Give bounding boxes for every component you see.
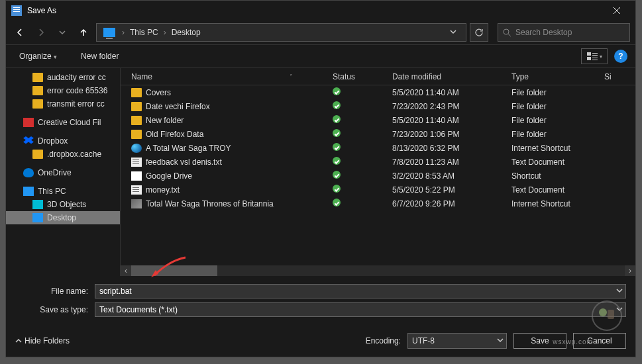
col-status[interactable]: Status	[333, 72, 392, 81]
encoding-select[interactable]: UTF-8	[407, 333, 507, 349]
nav-row: › This PC › Desktop Search Desktop	[6, 21, 635, 44]
tree-folder[interactable]: error code 65536	[6, 84, 120, 97]
search-icon	[502, 28, 511, 37]
breadcrumb-leaf[interactable]: Desktop	[172, 28, 201, 37]
tree-desktop[interactable]: Desktop	[6, 211, 120, 224]
file-name: feedback vsl denis.txt	[146, 158, 222, 167]
filename-field[interactable]	[95, 284, 626, 298]
file-name: New folder	[146, 116, 184, 125]
saveastype-field[interactable]: Text Documents (*.txt)	[95, 302, 626, 317]
save-button[interactable]: Save	[513, 333, 566, 349]
organize-button[interactable]: Organize ▾	[14, 49, 62, 64]
new-folder-button[interactable]: New folder	[76, 49, 124, 64]
folder-icon	[131, 116, 142, 125]
column-headers[interactable]: Name˄ Status Date modified Type Si	[121, 68, 635, 85]
svg-rect-1	[587, 52, 591, 56]
file-type: Shortcut	[511, 171, 604, 181]
file-row[interactable]: New folder5/5/2020 11:40 AMFile folder	[121, 113, 635, 127]
file-row[interactable]: money.txt5/5/2020 5:22 PMText Document	[121, 183, 635, 197]
up-button[interactable]	[75, 24, 92, 41]
filename-label: File name:	[15, 287, 95, 296]
file-date: 3/2/2020 8:53 AM	[392, 171, 511, 181]
svg-point-0	[504, 29, 509, 34]
scroll-left[interactable]: ‹	[121, 265, 131, 276]
tree-onedrive[interactable]: OneDrive	[6, 166, 120, 179]
objects-3d-icon	[32, 200, 43, 209]
file-row[interactable]: Covers5/5/2020 11:40 AMFile folder	[121, 85, 635, 99]
tree-creative-cloud[interactable]: Creative Cloud Fil	[6, 116, 120, 129]
col-type[interactable]: Type	[511, 72, 604, 81]
nav-tree[interactable]: audacity error cc error code 65536 trans…	[6, 68, 120, 276]
folder-icon	[131, 102, 142, 111]
sync-ok-icon	[333, 129, 341, 137]
encoding-dropdown[interactable]	[497, 336, 504, 345]
desktop-icon	[32, 213, 43, 222]
folder-icon	[32, 73, 43, 82]
file-date: 5/5/2020 11:40 AM	[392, 88, 511, 97]
file-type: Internet Shortcut	[511, 199, 604, 208]
dialog-body: audacity error cc error code 65536 trans…	[6, 68, 635, 276]
toolbar: Organize ▾ New folder ▾ ?	[6, 44, 635, 68]
file-row[interactable]: Old Firefox Data7/23/2020 1:06 PMFile fo…	[121, 127, 635, 141]
sync-ok-icon	[333, 143, 341, 151]
cancel-button[interactable]: Cancel	[573, 333, 626, 349]
creative-cloud-icon	[23, 118, 34, 127]
help-button[interactable]: ?	[614, 50, 627, 63]
breadcrumb-root[interactable]: This PC	[130, 28, 158, 37]
svg-rect-2	[592, 53, 598, 54]
file-row[interactable]: Total War Saga Thrones of Britannia6/7/2…	[121, 197, 635, 210]
col-date[interactable]: Date modified	[392, 72, 511, 81]
scroll-right[interactable]: ›	[625, 265, 635, 276]
col-size[interactable]: Si	[604, 72, 635, 81]
hide-folders-button[interactable]: Hide Folders	[15, 336, 70, 345]
tree-3d-objects[interactable]: 3D Objects	[6, 198, 120, 211]
file-type: Text Document	[511, 185, 604, 195]
chevron-down-icon	[616, 306, 623, 312]
file-name: Date vechi Firefox	[146, 102, 210, 111]
svg-rect-4	[587, 57, 591, 60]
svg-rect-5	[592, 58, 598, 58]
filename-input[interactable]	[99, 287, 621, 296]
file-type: Internet Shortcut	[511, 144, 604, 153]
refresh-button[interactable]	[470, 23, 488, 42]
file-date: 7/23/2020 2:43 PM	[392, 102, 511, 111]
sync-ok-icon	[333, 171, 341, 179]
scroll-track[interactable]	[131, 265, 625, 276]
view-icon	[587, 52, 598, 60]
forward-button[interactable]	[32, 24, 50, 41]
tree-dropbox[interactable]: Dropbox	[6, 134, 120, 148]
recent-dropdown[interactable]	[54, 24, 71, 41]
footer: Hide Folders Encoding: UTF-8 Save Cancel	[6, 325, 635, 357]
close-button[interactable]	[604, 1, 630, 21]
tree-folder[interactable]: .dropbox.cache	[6, 148, 120, 161]
refresh-icon	[474, 28, 484, 37]
scroll-thumb[interactable]	[131, 265, 217, 276]
folder-icon	[131, 130, 142, 139]
tree-folder[interactable]: audacity error cc	[6, 71, 120, 84]
encoding-label: Encoding:	[366, 336, 401, 345]
filename-history[interactable]	[616, 287, 623, 296]
address-bar[interactable]: › This PC › Desktop	[96, 23, 466, 42]
file-row[interactable]: A Total War Saga TROY8/13/2020 6:32 PMIn…	[121, 141, 635, 155]
tree-folder[interactable]: transmit error cc	[6, 97, 120, 111]
view-options[interactable]: ▾	[581, 48, 608, 64]
file-date: 5/5/2020 11:40 AM	[392, 116, 511, 125]
col-name[interactable]: Name˄	[121, 72, 333, 81]
save-as-dialog: Save As › This PC › Desktop Search Deskt…	[5, 0, 636, 357]
breadcrumb-sep: ›	[122, 28, 125, 37]
file-row[interactable]: feedback vsl denis.txt7/8/2020 11:23 AMT…	[121, 155, 635, 169]
file-row[interactable]: Google Drive3/2/2020 8:53 AMShortcut	[121, 169, 635, 183]
file-name: Google Drive	[146, 171, 192, 181]
file-row[interactable]: Date vechi Firefox7/23/2020 2:43 PMFile …	[121, 99, 635, 113]
saveastype-dropdown[interactable]	[616, 305, 623, 314]
back-button[interactable]	[11, 24, 28, 41]
chevron-down-icon	[450, 28, 456, 35]
tree-this-pc[interactable]: This PC	[6, 185, 120, 198]
svg-rect-3	[592, 55, 598, 56]
file-type: File folder	[511, 130, 604, 139]
search-box[interactable]: Search Desktop	[498, 23, 630, 42]
address-history[interactable]	[447, 28, 459, 37]
horizontal-scrollbar[interactable]: ‹ ›	[121, 265, 635, 276]
svg-rect-6	[592, 60, 598, 60]
file-type: File folder	[511, 116, 604, 125]
